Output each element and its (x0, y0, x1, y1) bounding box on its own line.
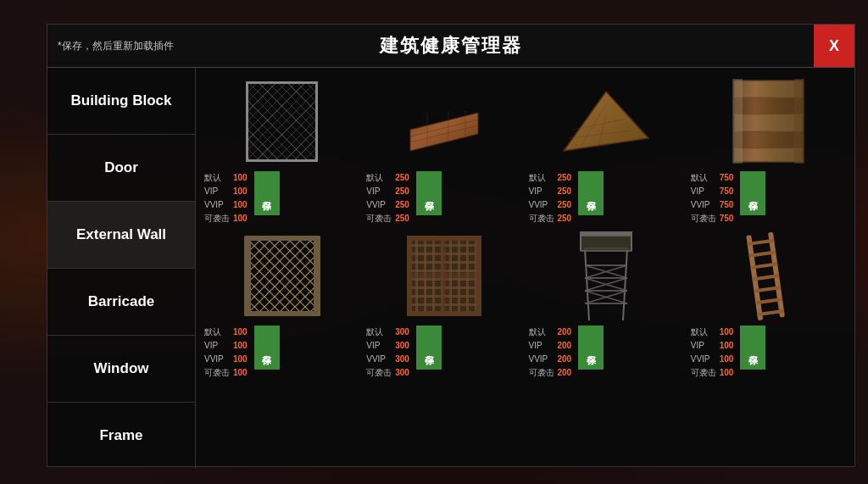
svg-line-38 (623, 248, 627, 320)
iron-grid-visual (407, 236, 481, 316)
svg-marker-0 (410, 113, 478, 151)
sidebar: Building Block Door External Wall Barric… (47, 68, 196, 469)
close-button[interactable]: X (814, 25, 854, 67)
item-image-triangle-roof (529, 75, 684, 168)
sidebar-item-building-block[interactable]: Building Block (47, 68, 195, 135)
stats-labels-2-3: 默认 VIP VVIP 可袭击 (529, 325, 554, 380)
stats-values-2-3: 200 200 200 200 (558, 325, 572, 380)
item-stats-2-1: 默认 VIP VVIP 可袭击 100 100 100 100 保存 (204, 325, 359, 380)
stats-values-1-4: 750 750 750 750 (720, 171, 734, 225)
main-title: 建筑健康管理器 (380, 33, 522, 58)
item-image-ladder (691, 229, 846, 322)
stats-labels-1-4: 默认 VIP VVIP 可袭击 (691, 171, 716, 225)
item-stats-1-1: 默认 VIP VVIP 可袭击 100 100 100 100 保存 (204, 171, 359, 225)
wood-floor-visual (402, 87, 487, 155)
item-image-fence-wall (204, 75, 359, 168)
main-panel: *保存，然后重新加载插件 建筑健康管理器 X Building Block Do… (47, 24, 855, 467)
items-grid: 默认 VIP VVIP 可袭击 100 100 100 100 保存 (196, 68, 854, 469)
svg-line-37 (585, 248, 589, 320)
save-button-1-1[interactable]: 保存 (254, 171, 280, 215)
title-bar: *保存，然后重新加载插件 建筑健康管理器 X (47, 25, 854, 68)
save-button-1-2[interactable]: 保存 (416, 171, 442, 215)
svg-rect-24 (314, 236, 320, 316)
stats-values-2-2: 300 300 300 300 (395, 325, 409, 380)
stats-labels-1-2: 默认 VIP VVIP 可袭击 (366, 171, 392, 225)
svg-rect-17 (734, 148, 803, 162)
stats-values-1-3: 250 250 250 250 (558, 171, 572, 225)
svg-rect-50 (581, 236, 632, 251)
item-image-iron-grid (366, 229, 521, 322)
save-button-2-2[interactable]: 保存 (416, 325, 442, 370)
svg-rect-23 (244, 236, 251, 316)
stats-values-1-2: 250 250 250 250 (395, 171, 409, 225)
stats-values-2-4: 100 100 100 100 (720, 325, 734, 380)
save-button-2-3[interactable]: 保存 (578, 325, 604, 370)
stats-values-1-1: 100 100 100 100 (233, 171, 248, 225)
sidebar-item-window[interactable]: Window (47, 336, 195, 403)
item-image-wood-floor (366, 75, 521, 168)
stats-labels-1-3: 默认 VIP VVIP 可袭击 (529, 171, 554, 225)
stats-values-2-1: 100 100 100 100 (233, 325, 248, 380)
svg-rect-22 (246, 237, 319, 314)
svg-rect-25 (244, 236, 320, 241)
svg-rect-14 (734, 97, 803, 114)
svg-rect-19 (794, 79, 804, 164)
sidebar-item-frame[interactable]: Frame (47, 403, 195, 469)
save-button-1-3[interactable]: 保存 (578, 171, 604, 215)
item-card-net-fence: 默认 VIP VVIP 可袭击 100 100 100 100 保存 (204, 229, 359, 380)
svg-rect-16 (734, 131, 803, 148)
stats-labels-1-1: 默认 VIP VVIP 可袭击 (204, 171, 230, 225)
item-card-iron-grid: 默认 VIP VVIP 可袭击 300 300 300 300 保存 (366, 229, 521, 380)
svg-rect-15 (734, 114, 803, 131)
stats-labels-2-2: 默认 VIP VVIP 可袭击 (366, 325, 392, 380)
sidebar-item-barricade[interactable]: Barricade (47, 269, 195, 336)
item-image-tower (529, 229, 684, 322)
svg-rect-36 (407, 273, 481, 278)
item-card-tower: 默认 VIP VVIP 可袭击 200 200 200 200 保存 (529, 229, 684, 380)
item-stats-1-3: 默认 VIP VVIP 可袭击 250 250 250 250 保存 (529, 171, 684, 225)
sidebar-item-external-wall[interactable]: External Wall (47, 202, 195, 269)
svg-rect-13 (734, 81, 803, 97)
item-card-wood-floor: 默认 VIP VVIP 可袭击 250 250 250 250 保存 (366, 75, 521, 225)
item-stats-2-3: 默认 VIP VVIP 可袭击 200 200 200 200 保存 (529, 325, 684, 380)
stats-labels-2-4: 默认 VIP VVIP 可袭击 (691, 325, 716, 380)
item-stats-1-4: 默认 VIP VVIP 可袭击 750 750 750 750 保存 (691, 171, 846, 225)
stats-labels-2-1: 默认 VIP VVIP 可袭击 (204, 325, 230, 380)
subtitle-note: *保存，然后重新加载插件 (58, 39, 174, 53)
item-image-wood-wall (691, 75, 846, 168)
item-card-wood-wall: 默认 VIP VVIP 可袭击 750 750 750 750 保存 (691, 75, 846, 225)
net-fence-visual (244, 236, 320, 316)
sidebar-item-door[interactable]: Door (47, 135, 195, 202)
items-row-1: 默认 VIP VVIP 可袭击 100 100 100 100 保存 (204, 75, 846, 225)
item-card-fence-wall: 默认 VIP VVIP 可袭击 100 100 100 100 保存 (204, 75, 359, 225)
fence-wall-visual (246, 81, 318, 162)
svg-rect-26 (244, 311, 320, 316)
svg-marker-6 (564, 92, 648, 151)
item-card-ladder: 默认 VIP VVIP 可袭击 100 100 100 100 保存 (691, 229, 846, 380)
save-button-2-4[interactable]: 保存 (740, 325, 765, 370)
item-card-triangle-roof: 默认 VIP VVIP 可袭击 250 250 250 250 保存 (529, 75, 684, 225)
item-image-net-fence (204, 229, 359, 322)
item-stats-2-4: 默认 VIP VVIP 可袭击 100 100 100 100 保存 (691, 325, 846, 380)
svg-rect-51 (581, 231, 632, 236)
ladder-visual (745, 231, 792, 320)
svg-rect-18 (732, 79, 743, 164)
save-button-1-4[interactable]: 保存 (740, 171, 765, 215)
content-area: Building Block Door External Wall Barric… (47, 68, 854, 469)
items-row-2: 默认 VIP VVIP 可袭击 100 100 100 100 保存 (204, 229, 846, 380)
triangle-roof-visual (559, 83, 653, 159)
wood-wall-visual (732, 79, 804, 164)
item-stats-2-2: 默认 VIP VVIP 可袭击 300 300 300 300 保存 (366, 325, 521, 380)
tower-visual (576, 231, 636, 320)
save-button-2-1[interactable]: 保存 (254, 325, 280, 370)
item-stats-1-2: 默认 VIP VVIP 可袭击 250 250 250 250 保存 (366, 171, 521, 225)
